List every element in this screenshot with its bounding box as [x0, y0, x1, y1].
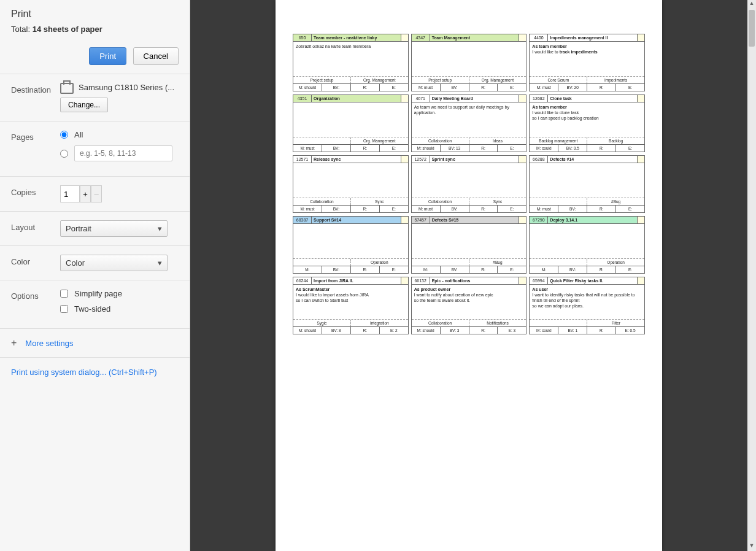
- card-tag: [530, 320, 587, 326]
- card-tag: [412, 259, 469, 266]
- card-body: [293, 224, 408, 258]
- system-dialog-link[interactable]: Print using system dialog... (Ctrl+Shift…: [11, 368, 157, 377]
- card-meta: M: shouldBV: 13R:E:: [412, 144, 526, 152]
- card-tag: Project setup: [293, 77, 351, 83]
- card-meta-cell: M:: [293, 266, 322, 273]
- card-flag-icon: [401, 156, 408, 163]
- card-body: [412, 163, 526, 198]
- card-meta: M: mustBV:R:E:: [530, 205, 644, 212]
- card-tags: SygicIntegration: [293, 319, 408, 326]
- two-sided-checkbox[interactable]: [60, 305, 68, 313]
- more-settings-row[interactable]: + More settings: [0, 329, 190, 357]
- copies-increment[interactable]: +: [80, 185, 91, 202]
- card-meta-cell: BV:: [558, 206, 587, 212]
- cancel-button[interactable]: Cancel: [133, 47, 179, 65]
- card-meta-cell: E: 2: [380, 327, 408, 334]
- card-id: 650: [293, 34, 312, 41]
- card-meta: M: couldBV: 0.5R:E:: [530, 144, 644, 152]
- card-meta-cell: R:: [469, 145, 498, 152]
- pages-all-radio[interactable]: [60, 131, 68, 139]
- card-meta: M: mustBV: 20R:E:: [530, 83, 644, 91]
- card-row: 12571 Release sync CollaborationSyncM: m…: [293, 155, 645, 213]
- card-meta-cell: R:: [351, 327, 380, 334]
- card-tag: Collaboration: [293, 198, 351, 205]
- scroll-down-icon[interactable]: ▼: [747, 542, 756, 551]
- card-meta-cell: M: must: [412, 206, 441, 212]
- card-meta-cell: BV:: [322, 145, 351, 152]
- card-meta-cell: M: could: [530, 145, 558, 152]
- more-settings-link[interactable]: More settings: [25, 339, 73, 348]
- card-id: 66132: [412, 277, 430, 284]
- card-meta-cell: E:: [498, 84, 526, 91]
- card-flag-icon: [637, 156, 644, 163]
- vertical-scrollbar[interactable]: ▲ ▼: [747, 0, 756, 551]
- pages-custom-radio[interactable]: [60, 150, 68, 158]
- card-title: Support S#14: [312, 217, 401, 223]
- card-id: 12571: [293, 156, 312, 163]
- card-meta-cell: R:: [351, 266, 380, 273]
- card-meta-cell: E:: [616, 145, 644, 152]
- simplify-page-checkbox[interactable]: [60, 290, 68, 298]
- card-row: 650 Team member - neaktivne linky Zobraz…: [293, 34, 645, 91]
- card-title: Quick Filter Risky tasks II.: [548, 277, 637, 284]
- card-body: As ScrumMasterI would like to import ass…: [293, 285, 408, 319]
- card-body: [293, 163, 408, 198]
- card-tag: Integration: [351, 320, 408, 326]
- card-meta-cell: BV:: [558, 266, 587, 273]
- card-title: Daily Meeting Board: [430, 95, 519, 102]
- color-select[interactable]: Color: [60, 255, 168, 271]
- card: 12571 Release sync CollaborationSyncM: m…: [293, 155, 409, 213]
- card-row: 4351 Organization Org. ManagementM: must…: [293, 94, 645, 152]
- scroll-up-icon[interactable]: ▲: [747, 0, 756, 9]
- card-flag-icon: [637, 277, 644, 284]
- card-tags: CollaborationSync: [293, 198, 408, 205]
- card: 12682 Clone task As team memberI would l…: [529, 94, 645, 152]
- card-tag: Operation: [587, 259, 644, 266]
- card-flag-icon: [519, 277, 526, 284]
- card-id: 4347: [412, 34, 430, 41]
- card-body: As userI want to identify risky tasks th…: [530, 285, 644, 319]
- card-meta-cell: BV:: [441, 84, 469, 91]
- card-meta-cell: M: must: [293, 145, 322, 152]
- card-meta: M: mustBV:R:E:: [412, 205, 526, 212]
- card-meta: M: mustBV:R:E:: [293, 144, 408, 152]
- card: 57457 Defects S#15 #BugM:BV:R:E:: [411, 216, 527, 274]
- card-meta: M: shouldBV: 3R:E: 3: [412, 326, 526, 334]
- card-meta-cell: E:: [498, 266, 526, 273]
- card-meta-cell: E:: [380, 206, 408, 212]
- card-flag-icon: [519, 156, 526, 163]
- card-tag: Core Scrum: [530, 77, 587, 83]
- card-meta-cell: BV: 8: [322, 327, 351, 334]
- card-meta: M:BV:R:E:: [412, 266, 526, 273]
- card-title: Epic - notifications: [430, 277, 519, 284]
- card-flag-icon: [519, 95, 526, 102]
- card-tag: [293, 137, 351, 144]
- card-meta-cell: M:: [530, 266, 558, 273]
- card-tags: Operation: [530, 258, 644, 266]
- card-meta-cell: M:: [412, 266, 441, 273]
- card-tag: Backlog: [587, 137, 644, 144]
- card-body: [412, 42, 526, 76]
- card-meta: M: shouldBV:R:E:: [293, 83, 408, 91]
- print-button[interactable]: Print: [89, 47, 126, 65]
- card-title: Defects #14: [548, 156, 637, 163]
- card-meta-cell: BV:: [441, 266, 469, 273]
- layout-select[interactable]: Portrait: [60, 220, 168, 237]
- options-label: Options: [11, 289, 60, 301]
- card-tags: Org. Management: [293, 137, 408, 144]
- card-tag: Operation: [351, 259, 408, 266]
- card-meta-cell: BV:: [322, 266, 351, 273]
- card-tag: Sync: [469, 198, 526, 205]
- scrollbar-thumb[interactable]: [749, 10, 755, 47]
- card-meta-cell: M: must: [293, 206, 322, 212]
- change-destination-button[interactable]: Change...: [60, 98, 108, 112]
- pages-custom-input[interactable]: [74, 145, 172, 161]
- preview-area: 650 Team member - neaktivne linky Zobraz…: [190, 0, 747, 551]
- copies-decrement[interactable]: –: [91, 185, 102, 202]
- card-flag-icon: [401, 277, 408, 284]
- card-body: [530, 224, 644, 258]
- card-title: Deploy 3.14.1: [548, 217, 637, 223]
- copies-input[interactable]: [60, 185, 80, 202]
- card-meta-cell: R:: [587, 84, 616, 91]
- card-tags: CollaborationIdeas: [412, 137, 526, 144]
